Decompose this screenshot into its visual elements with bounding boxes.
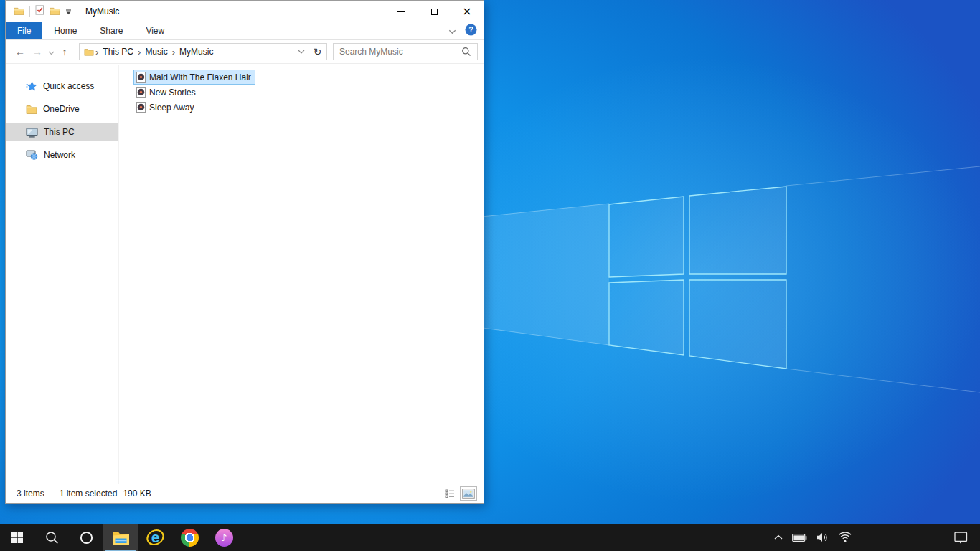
maximize-button[interactable] — [418, 1, 451, 22]
action-center-icon[interactable] — [953, 530, 970, 545]
breadcrumb-chevron-icon[interactable]: › — [136, 47, 142, 57]
file-item-new-stories[interactable]: New Stories — [133, 85, 200, 100]
sidebar-item-quick-access[interactable]: Quick access — [6, 77, 118, 95]
collapse-ribbon-chevron-icon[interactable] — [448, 24, 456, 37]
breadcrumb-chevron-icon[interactable]: › — [171, 47, 176, 57]
view-switcher — [443, 487, 484, 500]
explorer-window-icon — [14, 5, 24, 18]
internet-explorer-icon: e — [146, 528, 165, 547]
tab-share[interactable]: Share — [88, 22, 134, 39]
search-input[interactable]: Search MyMusic — [339, 47, 461, 57]
ribbon-tabs: File Home Share View ? — [6, 22, 484, 40]
itunes-button[interactable]: ♪ — [207, 524, 241, 551]
audio-file-icon — [136, 72, 146, 83]
search-box[interactable]: Search MyMusic — [333, 43, 478, 60]
search-icon — [45, 531, 59, 545]
selection-size: 190 KB — [123, 489, 151, 499]
file-name: New Stories — [149, 88, 196, 98]
chrome-button[interactable] — [172, 524, 207, 551]
this-pc-monitor-icon — [26, 127, 38, 138]
status-bar: 3 items 1 item selected 190 KB — [6, 484, 484, 503]
file-list: Maid With The Flaxen Hair New Stories Sl… — [119, 65, 484, 484]
start-button[interactable] — [0, 524, 34, 551]
new-folder-icon[interactable] — [50, 5, 60, 18]
sidebar-item-label: Network — [44, 150, 75, 160]
search-icon[interactable] — [461, 47, 471, 57]
cortana-icon — [80, 531, 93, 545]
audio-file-icon — [136, 102, 146, 113]
back-button[interactable]: ← — [11, 47, 29, 57]
taskbar-search-button[interactable] — [34, 524, 69, 551]
start-icon — [11, 532, 23, 543]
wifi-icon[interactable] — [837, 531, 853, 544]
maximize-icon — [431, 9, 438, 15]
cortana-button[interactable] — [69, 524, 103, 551]
sidebar-item-onedrive[interactable]: OneDrive — [6, 100, 118, 118]
navigation-toolbar: ← → ↑ › This PC › Music › MyMusic — [6, 40, 484, 64]
file-explorer-icon — [112, 530, 130, 545]
breadcrumb-mymusic[interactable]: MyMusic — [176, 47, 216, 57]
chrome-icon — [181, 529, 199, 547]
network-icon — [26, 150, 38, 160]
file-name: Sleep Away — [149, 103, 194, 113]
window-controls: × — [385, 1, 484, 22]
onedrive-folder-icon — [26, 105, 37, 114]
breadcrumb-music[interactable]: Music — [142, 47, 170, 57]
sidebar-item-label: Quick access — [43, 81, 94, 91]
customize-qat-dropdown-icon[interactable] — [65, 5, 72, 18]
breadcrumb-this-pc[interactable]: This PC — [100, 47, 136, 57]
svg-text:e: e — [151, 529, 159, 545]
help-icon[interactable]: ? — [465, 24, 477, 39]
close-icon: × — [462, 6, 471, 17]
explorer-main: Quick access OneDrive This PC — [6, 65, 484, 484]
sidebar-item-network[interactable]: Network — [6, 146, 118, 164]
recent-locations-chevron-icon[interactable] — [46, 45, 56, 58]
titlebar[interactable]: MyMusic × — [6, 1, 484, 22]
properties-icon[interactable] — [35, 5, 44, 18]
window-title: MyMusic — [85, 6, 119, 17]
taskbar-file-explorer-button[interactable] — [103, 524, 138, 551]
status-separator — [159, 489, 159, 499]
itunes-icon: ♪ — [215, 529, 233, 547]
address-folder-icon — [84, 47, 94, 56]
qat-separator — [29, 6, 30, 17]
sidebar-item-label: OneDrive — [43, 104, 80, 114]
ribbon-right-controls: ? — [448, 22, 484, 39]
svg-text:?: ? — [468, 25, 473, 34]
internet-explorer-button[interactable]: e — [138, 524, 172, 551]
taskbar: e ♪ — [0, 524, 980, 551]
file-name: Maid With The Flaxen Hair — [149, 72, 251, 83]
refresh-button[interactable]: ↻ — [308, 43, 327, 60]
volume-icon[interactable] — [815, 531, 831, 544]
sidebar-item-this-pc[interactable]: This PC — [6, 123, 118, 141]
selection-count: 1 item selected — [60, 489, 118, 499]
large-icons-view-icon[interactable] — [461, 487, 476, 500]
file-explorer-window: MyMusic × File Home Share View ? — [5, 0, 484, 504]
tab-file[interactable]: File — [6, 22, 42, 39]
up-button[interactable]: ↑ — [56, 47, 73, 57]
qat-separator — [77, 6, 77, 17]
close-button[interactable]: × — [451, 1, 484, 22]
minimize-button[interactable] — [385, 1, 418, 22]
items-count: 3 items — [17, 489, 44, 499]
address-dropdown-chevron-icon[interactable] — [298, 47, 305, 57]
battery-icon[interactable] — [791, 532, 809, 543]
details-view-icon[interactable] — [443, 488, 456, 499]
sidebar-item-label: This PC — [44, 127, 75, 137]
quick-access-star-icon — [26, 81, 37, 92]
tray-chevron-up-icon[interactable] — [773, 533, 784, 542]
desktop: MyMusic × File Home Share View ? — [0, 0, 980, 551]
quick-access-toolbar: MyMusic — [6, 5, 119, 18]
navigation-pane: Quick access OneDrive This PC — [6, 65, 119, 484]
file-item-sleep-away[interactable]: Sleep Away — [133, 100, 199, 115]
tab-view[interactable]: View — [134, 22, 176, 39]
forward-button[interactable]: → — [29, 47, 46, 57]
audio-file-icon — [136, 87, 146, 98]
tab-home[interactable]: Home — [42, 22, 88, 39]
breadcrumb-chevron-icon[interactable]: › — [94, 47, 100, 57]
system-tray — [773, 530, 980, 545]
file-item-maid-with-the-flaxen-hair[interactable]: Maid With The Flaxen Hair — [133, 70, 255, 85]
address-bar[interactable]: › This PC › Music › MyMusic — [79, 43, 308, 60]
status-separator — [52, 489, 52, 499]
minimize-icon — [397, 11, 405, 12]
